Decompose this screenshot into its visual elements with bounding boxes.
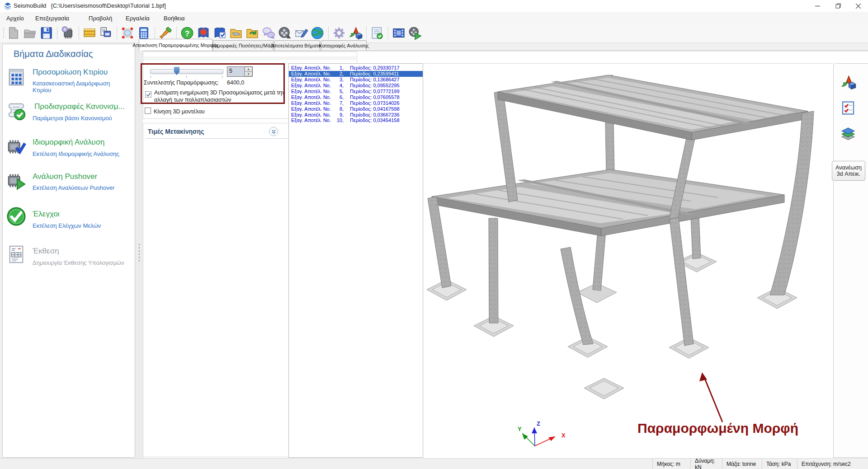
check-circle-icon <box>6 206 27 227</box>
deformed-shape-button[interactable] <box>840 74 856 90</box>
sidebar-item-eigenvalue-analysis[interactable]: Ιδιομορφική Ανάλυση <box>33 138 105 147</box>
building-icon <box>6 67 27 88</box>
code-requirements-icon <box>6 100 27 121</box>
deformed-shape-button[interactable] <box>348 26 363 40</box>
video-strip-button[interactable] <box>392 26 406 40</box>
3d-viewport[interactable]: X Y Z Παραμορφωμένη Μορφή <box>424 63 833 458</box>
sidebar-item-building-modelling-sub[interactable]: Κατασκευαστική Διαμόρφωση Κτιρίου <box>33 80 130 94</box>
axis-y-label: Y <box>518 426 522 432</box>
status-stress: Τάση: kPa <box>762 459 797 469</box>
folder-refresh-button[interactable] <box>245 26 259 40</box>
mode-row[interactable]: Εξαγ. Αποτέλ. No.8,Περίοδος: 0,04167598 <box>289 106 423 112</box>
restore-icon <box>835 3 841 9</box>
tab-modal-quantities[interactable]: Ιδιομορφικές Ποσότητες/Μάζες <box>213 40 274 51</box>
sidebar-item-building-modelling[interactable]: Προσομοίωση Κτιρίου <box>33 68 108 77</box>
svg-text:?: ? <box>185 29 190 38</box>
mail-edit-button[interactable] <box>294 26 308 40</box>
menu-view[interactable]: Προβολή <box>87 14 114 23</box>
video-strip-icon <box>392 26 406 40</box>
book-flame-button[interactable] <box>196 26 211 40</box>
app-logo-icon <box>4 2 12 10</box>
restore-button[interactable] <box>828 0 848 12</box>
axis-x-label: X <box>561 432 566 439</box>
menu-edit[interactable]: Επεξεργασία <box>33 14 71 23</box>
mode-row-selected[interactable]: Εξαγ. Αποτέλ. No.2,Περίοδος: 0,23599411 <box>289 71 423 77</box>
analysis-log-icon <box>370 26 384 40</box>
close-button[interactable] <box>848 0 868 12</box>
code-scroll-icon <box>6 100 27 121</box>
layers-button[interactable] <box>840 126 856 142</box>
model-3d-button[interactable] <box>120 26 135 40</box>
animate-3d-checkbox[interactable] <box>145 108 151 114</box>
open-folder-button[interactable] <box>23 26 37 40</box>
tab-step-results[interactable]: Αποτελέσματα Βήματος <box>274 40 320 51</box>
checklist-button[interactable] <box>840 100 856 116</box>
mail-edit-icon <box>294 26 308 40</box>
sidebar-item-code-requirements-sub[interactable]: Παράμετροι βάσει Κανονισμού <box>33 115 112 122</box>
toolbar-grip[interactable] <box>3 27 5 39</box>
mode-row[interactable]: Εξαγ. Αποτέλ. No.9,Περίοδος: 0,03667236 <box>289 112 423 117</box>
minimize-button[interactable] <box>807 0 827 12</box>
chip-button[interactable] <box>61 26 75 40</box>
sidebar-item-report[interactable]: Έκθεση <box>33 247 59 256</box>
window-title: SeismoBuild [C:\Users\seismosoft\Desktop… <box>14 2 166 9</box>
toolbar-separator <box>388 27 388 39</box>
tab-deformed-shape-view[interactable]: Απεικόνιση Παραμορφωμένης Μορφής <box>139 39 212 51</box>
mode-row[interactable]: Εξαγ. Αποτέλ. No.1,Περίοδος: 0,29330717 <box>289 65 423 71</box>
mode-row[interactable]: Εξαγ. Αποτέλ. No.7,Περίοδος: 0,07314026 <box>289 100 423 106</box>
new-page-button[interactable] <box>6 26 21 40</box>
sidebar-item-eigenvalue-analysis-sub[interactable]: Εκτέλεση Ιδιομορφικής Ανάλυσης <box>33 150 119 157</box>
highlight-annotation-box <box>141 63 285 104</box>
mode-row[interactable]: Εξαγ. Αποτέλ. No.6,Περίοδος: 0,07605578 <box>289 94 423 100</box>
menu-help[interactable]: Βοήθεια <box>162 14 187 23</box>
title-bar: SeismoBuild [C:\Users\seismosoft\Desktop… <box>0 0 868 12</box>
help-button[interactable]: ? <box>180 26 194 40</box>
book-check-button[interactable] <box>212 26 227 40</box>
calculator-icon <box>137 26 151 40</box>
frame-section-button[interactable] <box>82 26 97 40</box>
sidebar-item-checks-sub[interactable]: Εκτέλεση Ελέγχων Μελών <box>33 222 101 229</box>
film-reel-button[interactable] <box>278 26 292 40</box>
settings-gear-icon <box>332 26 346 40</box>
analysis-log-button[interactable] <box>370 26 384 40</box>
save-icon <box>39 26 53 40</box>
toolbar-separator <box>155 27 155 39</box>
building-icon <box>6 67 27 88</box>
checklist-icon <box>840 100 856 116</box>
mode-row[interactable]: Εξαγ. Αποτέλ. No.4,Περίοδος: 0,09552295 <box>289 83 423 89</box>
mode-row[interactable]: Εξαγ. Αποτέλ. No.3,Περίοδος: 0,13686427 <box>289 77 423 83</box>
calculator-button[interactable] <box>137 26 151 40</box>
chat-bubbles-button[interactable] <box>261 26 276 40</box>
folder-slab-button[interactable] <box>229 26 243 40</box>
toolbar-separator <box>328 27 329 39</box>
mode-row[interactable]: Εξαγ. Αποτέλ. No.10,Περίοδος: 0,03454158 <box>289 117 423 123</box>
save-button[interactable] <box>39 26 53 40</box>
sidebar-item-code-requirements[interactable]: Προδιαγραφές Κανονισμ... <box>34 102 125 111</box>
splitter-handle[interactable] <box>138 243 140 261</box>
chevron-double-down-icon <box>271 129 276 134</box>
refresh-3d-view-button[interactable]: Ανανέωση 3d Απεικ. <box>832 161 865 181</box>
menu-file[interactable]: Αρχείο <box>5 14 26 23</box>
close-icon <box>856 4 861 9</box>
paintbrush-button[interactable] <box>158 26 173 40</box>
video-play-button[interactable] <box>408 26 422 40</box>
layers-icon <box>840 126 856 142</box>
book-flame-icon <box>196 26 211 40</box>
settings-gear-button[interactable] <box>332 26 346 40</box>
deformed-shape-icon <box>840 74 856 90</box>
globe-button[interactable] <box>310 26 325 40</box>
collapse-section-button[interactable] <box>269 127 278 136</box>
menu-tools[interactable]: Εργαλεία <box>124 14 151 23</box>
toolbar-separator <box>176 27 177 39</box>
video-play-icon <box>408 26 422 40</box>
animate-3d-label[interactable]: Κίνηση 3D μοντέλου <box>154 108 205 115</box>
sidebar-item-checks[interactable]: Έλεγχοι <box>33 210 60 219</box>
sidebar-item-pushover-analysis-sub[interactable]: Εκτέλεση Αναλύσεων Pushover <box>33 184 114 191</box>
globe-icon <box>310 26 325 40</box>
top-strip <box>143 52 357 57</box>
sidebar-item-pushover-analysis[interactable]: Ανάλυση Pushover <box>33 172 97 181</box>
print-report-button[interactable] <box>99 26 113 40</box>
tab-analysis-logs[interactable]: Καταγραφές Ανάλυσης <box>321 40 367 51</box>
sidebar-item-report-sub[interactable]: Δημιουργία Έκθεσης Υπολογισμών <box>33 259 124 266</box>
mode-row[interactable]: Εξαγ. Αποτέλ. No.5,Περίοδος: 0,07772199 <box>289 89 423 94</box>
